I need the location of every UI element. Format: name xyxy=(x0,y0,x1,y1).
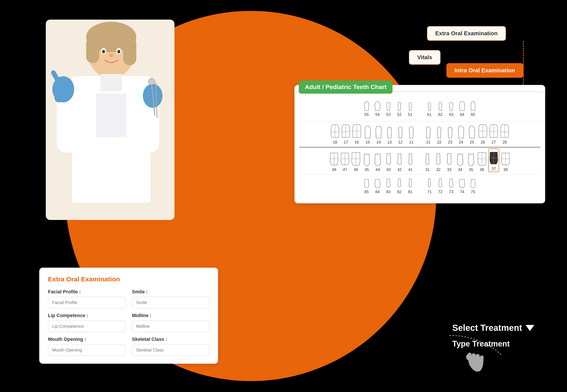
tooth-31[interactable]: 31 xyxy=(423,153,432,172)
lip-competence-label: Lip Competence : xyxy=(48,313,125,318)
tooth-75[interactable]: 75 xyxy=(468,178,477,194)
tooth-82[interactable]: 82 xyxy=(395,178,404,194)
select-treatment-dropdown-icon[interactable] xyxy=(525,325,534,331)
tooth-74[interactable]: 74 xyxy=(458,178,467,194)
tooth-65[interactable]: 65 xyxy=(468,101,477,117)
midline-input[interactable] xyxy=(132,321,209,332)
teeth-row-adult-upper: 18 17 16 xyxy=(299,123,540,145)
intra-oral-nav-label: Intra Oral Examination xyxy=(455,67,515,74)
skeletal-class-group: Skeletal Class : xyxy=(132,336,209,356)
tooth-18[interactable]: 18 xyxy=(330,123,340,145)
tooth-84[interactable]: 84 xyxy=(373,178,382,194)
vitals-nav-button[interactable]: Vitals xyxy=(409,50,441,65)
mouth-opening-input[interactable] xyxy=(48,344,125,356)
skeletal-class-input[interactable] xyxy=(132,344,209,356)
tooth-85[interactable]: 85 xyxy=(362,178,371,194)
tooth-33[interactable]: 33 xyxy=(445,153,454,172)
skeletal-class-label: Skeletal Class : xyxy=(132,336,209,342)
tooth-72[interactable]: 72 xyxy=(436,178,445,194)
tooth-21[interactable]: 21 xyxy=(424,125,433,145)
tooth-12[interactable]: 12 xyxy=(396,125,405,145)
smile-input[interactable] xyxy=(132,297,209,308)
lip-competence-input[interactable] xyxy=(48,321,125,332)
teeth-chart-body: 55 54 53 52 xyxy=(294,91,545,203)
facial-profile-label: Facial Profile : xyxy=(48,289,125,295)
tooth-63[interactable]: 63 xyxy=(447,101,456,117)
tooth-53[interactable]: 53 xyxy=(384,101,393,117)
teeth-row-pediatric-lower: 85 84 83 82 xyxy=(299,176,540,196)
select-treatment-label: Select Treatment xyxy=(452,323,522,333)
svg-rect-21 xyxy=(96,94,126,137)
tooth-17[interactable]: 17 xyxy=(341,123,350,145)
extra-oral-nav-label: Extra Oral Examination xyxy=(435,30,498,37)
tooth-23[interactable]: 23 xyxy=(446,125,455,145)
tooth-83[interactable]: 83 xyxy=(384,178,393,194)
tooth-13[interactable]: 13 xyxy=(385,125,394,145)
connector-line xyxy=(523,41,524,85)
tooth-15[interactable]: 15 xyxy=(363,125,372,145)
facial-profile-group: Facial Profile : xyxy=(48,289,125,308)
tooth-46[interactable]: 46 xyxy=(351,150,360,172)
tooth-25[interactable]: 25 xyxy=(467,125,477,145)
tooth-43[interactable]: 43 xyxy=(384,153,393,172)
tooth-34[interactable]: 34 xyxy=(456,153,465,172)
teeth-chart-title: Adult / Pediatric Teeth Chart xyxy=(305,84,387,90)
teeth-row-adult-lower: 48 47 46 xyxy=(299,149,540,172)
tooth-64[interactable]: 64 xyxy=(458,101,467,117)
teeth-row-pediatric-upper: 55 54 53 52 xyxy=(299,98,540,119)
tooth-38[interactable]: 38 xyxy=(501,150,510,172)
tooth-37[interactable]: 37 xyxy=(488,149,499,172)
svg-rect-4 xyxy=(123,37,136,65)
smile-label: Smile : xyxy=(132,289,209,295)
tooth-73[interactable]: 73 xyxy=(447,178,456,194)
extra-oral-form: Extra Oral Examination Facial Profile : … xyxy=(39,268,218,364)
vitals-nav-label: Vitals xyxy=(417,54,432,60)
svg-point-9 xyxy=(109,54,113,57)
svg-point-19 xyxy=(148,78,155,85)
tooth-42[interactable]: 42 xyxy=(395,153,404,172)
tooth-48[interactable]: 48 xyxy=(329,150,339,172)
tooth-24[interactable]: 24 xyxy=(456,125,466,145)
svg-rect-3 xyxy=(86,37,99,63)
tooth-36[interactable]: 36 xyxy=(477,150,487,172)
mouth-opening-label: Mouth Opening : xyxy=(48,336,125,342)
teeth-chart-container: Adult / Pediatric Teeth Chart 55 54 xyxy=(294,85,545,203)
svg-point-7 xyxy=(102,50,105,53)
tooth-71[interactable]: 71 xyxy=(425,178,434,194)
tooth-32[interactable]: 32 xyxy=(434,153,443,172)
tooth-81[interactable]: 81 xyxy=(406,178,415,194)
smile-group: Smile : xyxy=(132,289,209,308)
select-treatment-row: Select Treatment xyxy=(452,323,534,333)
form-title: Extra Oral Examination xyxy=(48,276,209,283)
midline-group: Midline : xyxy=(132,313,209,332)
tooth-27[interactable]: 27 xyxy=(489,123,498,145)
tooth-52[interactable]: 52 xyxy=(395,101,404,117)
extra-oral-nav-button[interactable]: Extra Oral Examination xyxy=(427,26,506,41)
teeth-chart-header: Adult / Pediatric Teeth Chart xyxy=(299,81,392,94)
tooth-47[interactable]: 47 xyxy=(340,150,350,172)
tooth-61[interactable]: 61 xyxy=(425,101,434,117)
intra-oral-nav-button[interactable]: Intra Oral Examination xyxy=(447,63,523,78)
midline-label: Midline : xyxy=(132,313,209,318)
lip-competence-group: Lip Competence : xyxy=(48,313,125,332)
tooth-11[interactable]: 11 xyxy=(407,125,416,145)
tooth-28[interactable]: 28 xyxy=(500,123,509,145)
tooth-62[interactable]: 62 xyxy=(436,101,445,117)
hand-cursor-icon xyxy=(462,343,491,375)
tooth-16[interactable]: 16 xyxy=(352,123,361,145)
svg-point-8 xyxy=(117,50,120,53)
mouth-opening-group: Mouth Opening : xyxy=(48,336,125,356)
tooth-51[interactable]: 51 xyxy=(406,101,415,117)
svg-rect-11 xyxy=(100,74,122,91)
tooth-45[interactable]: 45 xyxy=(362,153,371,172)
facial-profile-input[interactable] xyxy=(48,297,125,308)
tooth-44[interactable]: 44 xyxy=(373,153,382,172)
tooth-41[interactable]: 41 xyxy=(406,153,415,172)
tooth-35[interactable]: 35 xyxy=(466,153,476,172)
form-grid: Facial Profile : Smile : Lip Competence … xyxy=(48,289,209,356)
tooth-14[interactable]: 14 xyxy=(374,125,383,145)
tooth-54[interactable]: 54 xyxy=(373,101,382,117)
tooth-26[interactable]: 26 xyxy=(478,123,487,145)
tooth-55[interactable]: 55 xyxy=(362,101,371,117)
tooth-22[interactable]: 22 xyxy=(435,125,444,145)
